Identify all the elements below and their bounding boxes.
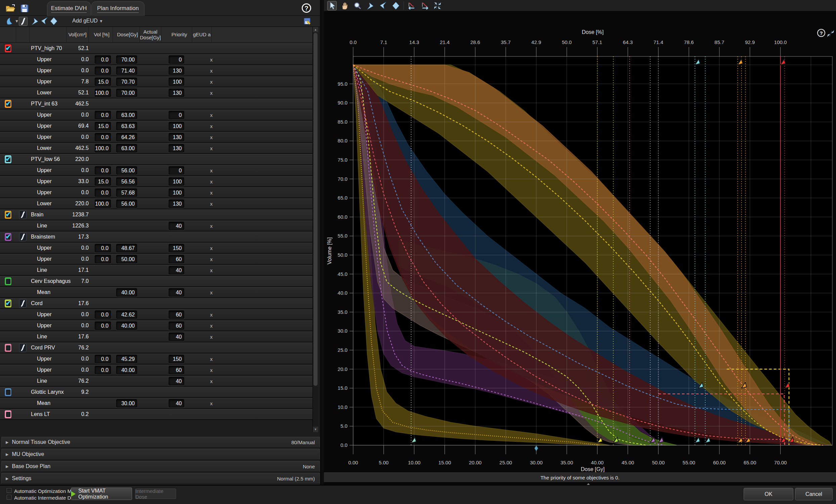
section-mu-objective[interactable]: ▶ MU Objective bbox=[1, 449, 320, 460]
objective-row[interactable]: Upper69.415.063.63100x bbox=[0, 121, 312, 132]
section-settings[interactable]: ▶ Settings Normal (2.5 mm) bbox=[1, 473, 320, 484]
cancel-button[interactable]: Cancel bbox=[795, 488, 833, 500]
objective-vol-pct-field[interactable]: 100.0 bbox=[95, 89, 111, 97]
structure-visibility-checkbox[interactable] bbox=[4, 388, 12, 396]
structure-visibility-checkbox[interactable]: ✔ bbox=[4, 155, 12, 163]
objective-dose-field[interactable]: 48.67 bbox=[116, 244, 137, 252]
scroll-down-icon[interactable]: ▼ bbox=[313, 427, 318, 432]
delete-objective-button[interactable]: x bbox=[203, 334, 220, 340]
objective-row[interactable]: Lower462.5100.063.00130x bbox=[0, 143, 312, 154]
start-vmat-optimization-button[interactable]: Start VMAT Optimization bbox=[71, 487, 132, 500]
objective-vol-pct-field[interactable]: 15.0 bbox=[95, 78, 111, 86]
open-folder-icon[interactable] bbox=[5, 4, 16, 13]
delete-objective-button[interactable]: x bbox=[203, 168, 220, 173]
upper-objective-tool-icon[interactable] bbox=[40, 17, 49, 25]
delete-objective-button[interactable]: x bbox=[203, 268, 220, 273]
objective-dose-field[interactable]: 50.00 bbox=[116, 255, 137, 264]
line-objective-tool-selected[interactable] bbox=[19, 17, 27, 26]
objective-row[interactable]: Line17.140x bbox=[0, 265, 312, 276]
table-scrollbar[interactable]: ▲ ▼ bbox=[312, 27, 318, 432]
delete-objective-button[interactable]: x bbox=[203, 190, 220, 196]
objective-priority-field[interactable]: 100 bbox=[169, 122, 184, 130]
objective-row[interactable]: Lower52.1100.070.00130x bbox=[0, 88, 312, 98]
objective-dose-field[interactable]: 40.00 bbox=[116, 288, 137, 297]
structure-visibility-checkbox[interactable]: ✔ bbox=[4, 99, 12, 108]
delete-objective-button[interactable]: x bbox=[203, 367, 220, 373]
intermediate-dose-button[interactable]: Intermediate Dose bbox=[135, 488, 176, 499]
delete-objective-button[interactable]: x bbox=[203, 312, 220, 317]
objective-vol-pct-field[interactable]: 0.0 bbox=[95, 355, 111, 363]
objective-priority-field[interactable]: 130 bbox=[169, 133, 184, 141]
objective-dose-field[interactable]: 70.70 bbox=[116, 78, 137, 86]
objective-priority-field[interactable]: 0 bbox=[169, 166, 184, 175]
objective-priority-field[interactable]: 40 bbox=[169, 399, 184, 408]
objective-row[interactable]: Upper0.00.070.000x bbox=[0, 54, 312, 65]
add-geud-button[interactable]: Add gEUD ▼ bbox=[72, 18, 103, 24]
objective-priority-field[interactable]: 60 bbox=[169, 322, 184, 330]
structure-row[interactable]: ✔Brain1238.7 bbox=[0, 209, 312, 220]
delete-objective-button[interactable]: x bbox=[203, 290, 220, 295]
mean-objective-tool-icon[interactable] bbox=[50, 17, 58, 25]
objective-dose-field[interactable]: 56.00 bbox=[116, 166, 137, 175]
structure-row[interactable]: ✔PTV_high 7052.1 bbox=[0, 43, 312, 54]
scroll-up-icon[interactable]: ▲ bbox=[313, 27, 318, 32]
objective-dose-field[interactable]: 56.56 bbox=[116, 177, 137, 186]
structure-visibility-checkbox[interactable]: ✔ bbox=[4, 44, 12, 53]
objective-dose-field[interactable]: 70.00 bbox=[116, 55, 137, 64]
objective-priority-field[interactable]: 100 bbox=[169, 177, 184, 186]
lower-objective-tool-icon[interactable] bbox=[31, 17, 39, 25]
objective-vol-pct-field[interactable]: 0.0 bbox=[95, 111, 111, 119]
objective-vol-pct-field[interactable]: 100.0 bbox=[95, 144, 111, 153]
objective-row[interactable]: Upper0.00.042.6260x bbox=[0, 309, 312, 320]
scrollbar-thumb[interactable] bbox=[314, 33, 318, 386]
objective-priority-field[interactable]: 150 bbox=[169, 355, 184, 363]
objective-dose-field[interactable]: 45.29 bbox=[116, 355, 137, 363]
section-base-dose-plan[interactable]: ▶ Base Dose Plan None bbox=[1, 461, 320, 472]
objective-dose-field[interactable]: 63.63 bbox=[116, 122, 137, 130]
dvh-curve-tool-caret-icon[interactable]: ▼ bbox=[15, 19, 19, 23]
objective-vol-pct-field[interactable]: 100.0 bbox=[95, 199, 111, 208]
delete-objective-button[interactable]: x bbox=[203, 245, 220, 251]
objective-vol-pct-field[interactable]: 15.0 bbox=[95, 122, 111, 130]
objective-row[interactable]: Line1226.340x bbox=[0, 220, 312, 232]
delete-objective-button[interactable]: x bbox=[203, 356, 220, 362]
objective-dose-field[interactable]: 63.00 bbox=[116, 111, 137, 119]
objective-row[interactable]: Lower220.0100.056.00130x bbox=[0, 198, 312, 209]
chart-collapse-icon[interactable] bbox=[826, 30, 835, 38]
objective-dose-field[interactable]: 64.26 bbox=[116, 133, 137, 141]
objective-vol-pct-field[interactable]: 15.0 bbox=[95, 177, 111, 186]
delete-objective-button[interactable]: x bbox=[203, 323, 220, 329]
delete-objective-button[interactable]: x bbox=[203, 123, 220, 129]
objective-row[interactable]: Upper33.015.056.56100x bbox=[0, 176, 312, 187]
objective-row[interactable]: Upper0.00.063.000x bbox=[0, 110, 312, 121]
objective-priority-field[interactable]: 130 bbox=[169, 89, 184, 97]
structure-visibility-checkbox[interactable] bbox=[4, 343, 12, 352]
objective-vol-pct-field[interactable]: 0.0 bbox=[95, 255, 111, 264]
structure-visibility-checkbox[interactable] bbox=[4, 410, 12, 419]
objective-dose-field[interactable]: 42.62 bbox=[116, 310, 137, 319]
objective-priority-field[interactable]: 100 bbox=[169, 189, 184, 197]
objective-vol-pct-field[interactable]: 0.0 bbox=[95, 244, 111, 252]
section-normal-tissue-objective[interactable]: ▶ Normal Tissue Objective 80/Manual bbox=[1, 437, 320, 448]
objective-priority-field[interactable]: 40 bbox=[169, 288, 184, 297]
structure-row[interactable]: ✔Brainstem17.3 bbox=[0, 232, 312, 243]
save-icon[interactable] bbox=[19, 4, 30, 13]
structure-row[interactable]: Cord PRV76.2 bbox=[0, 342, 312, 353]
objective-priority-field[interactable]: 0 bbox=[169, 111, 184, 119]
delete-objective-button[interactable]: x bbox=[203, 256, 220, 262]
objective-dose-field[interactable]: 70.00 bbox=[116, 89, 137, 97]
objective-priority-field[interactable]: 130 bbox=[169, 144, 184, 153]
auto-intermediate-checkbox[interactable] bbox=[7, 495, 12, 500]
objective-row[interactable]: Line76.240x bbox=[0, 376, 312, 387]
delete-objective-button[interactable]: x bbox=[203, 179, 220, 185]
objective-row[interactable]: Upper0.00.071.40130x bbox=[0, 65, 312, 76]
objective-vol-pct-field[interactable]: 0.0 bbox=[95, 66, 111, 75]
objective-priority-field[interactable]: 40 bbox=[169, 266, 184, 274]
delete-objective-button[interactable]: x bbox=[203, 68, 220, 74]
objective-row[interactable]: Upper7.815.070.70100x bbox=[0, 76, 312, 88]
objective-priority-field[interactable]: 60 bbox=[169, 255, 184, 264]
objective-row[interactable]: Upper0.00.050.0060x bbox=[0, 254, 312, 265]
structure-row[interactable]: Glottic Larynx9.2 bbox=[0, 387, 312, 398]
objective-dose-field[interactable]: 57.68 bbox=[116, 189, 137, 197]
objective-dose-field[interactable]: 40.00 bbox=[116, 322, 137, 330]
